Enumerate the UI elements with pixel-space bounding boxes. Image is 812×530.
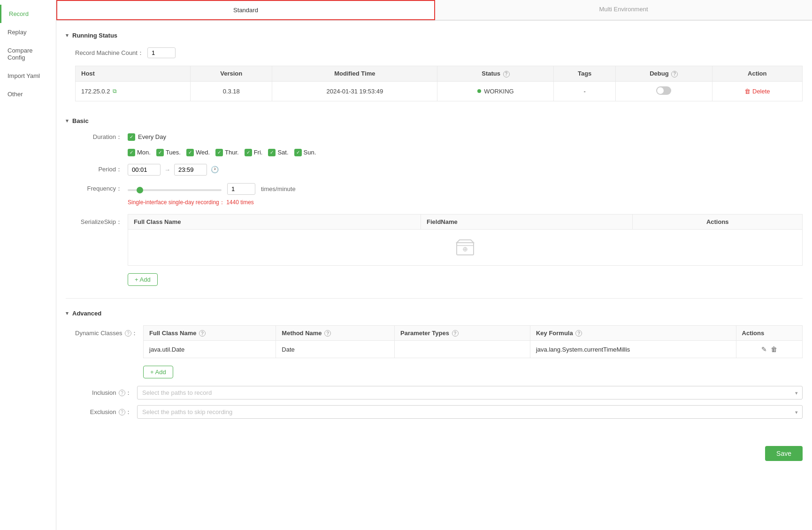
sidebar-item-replay[interactable]: Replay: [0, 23, 56, 41]
dc-cell-methodname: Date: [276, 341, 395, 358]
record-machine-label: Record Machine Count：: [75, 49, 144, 57]
sat-label: Sat.: [277, 149, 288, 156]
dc-edit-icon[interactable]: ✎: [761, 346, 767, 353]
sun-checkbox[interactable]: ✓: [294, 149, 302, 156]
recording-count: 1440: [226, 199, 239, 206]
col-version: Version: [191, 66, 272, 82]
exclusion-row: Exclusion ?： Select the paths to skip re…: [75, 405, 803, 419]
exclusion-info-icon[interactable]: ?: [119, 409, 125, 415]
fri-checkbox[interactable]: ✓: [245, 149, 252, 156]
thur-label: Thur.: [225, 149, 239, 156]
cell-modified-time: 2024-01-31 19:53:49: [272, 81, 437, 101]
dc-add-button[interactable]: + Add: [143, 366, 173, 378]
period-start-input[interactable]: [128, 164, 161, 176]
status-dot: [477, 89, 481, 93]
dynamic-classes-info-icon[interactable]: ?: [125, 330, 131, 337]
inclusion-label: Inclusion ?：: [75, 389, 131, 397]
serialize-add-button[interactable]: + Add: [128, 273, 158, 286]
cell-host: 172.25.0.2 ⧉: [76, 81, 191, 101]
running-status-header[interactable]: ▾ Running Status: [66, 28, 803, 43]
serialize-add-area: + Add: [128, 269, 803, 286]
duration-label: Duration：: [75, 133, 122, 141]
advanced-body: Dynamic Classes ?： Full Class Name ?: [66, 321, 803, 430]
sidebar-item-record[interactable]: Record: [0, 5, 56, 23]
frequency-input[interactable]: [227, 183, 255, 195]
every-day-field: ✓ Every Day: [128, 133, 166, 141]
sidebar-item-compare-config[interactable]: Compare Config: [0, 41, 56, 67]
dynamic-classes-section: Dynamic Classes ?： Full Class Name ?: [75, 325, 803, 379]
serialize-col-actions: Actions: [633, 214, 803, 229]
inclusion-row: Inclusion ?： Select the paths to record …: [75, 386, 803, 399]
cell-status: WORKING: [437, 81, 554, 101]
dc-delete-icon[interactable]: 🗑: [771, 346, 777, 353]
delete-icon: 🗑: [744, 88, 751, 95]
mon-checkbox[interactable]: ✓: [128, 149, 135, 156]
advanced-section: ▾ Advanced Dynamic Classes ?：: [66, 306, 803, 430]
dc-cell-paramtypes: [395, 341, 530, 358]
debug-info-icon[interactable]: ?: [671, 71, 678, 77]
record-machine-input[interactable]: [147, 47, 176, 58]
frequency-row: Frequency： times/minute: [75, 183, 803, 195]
inclusion-info-icon[interactable]: ?: [119, 390, 125, 396]
tues-checkbox[interactable]: ✓: [156, 149, 164, 156]
dynamic-classes-table: Full Class Name ? Method Name ?: [143, 325, 803, 359]
inclusion-select[interactable]: Select the paths to record: [137, 386, 803, 399]
basic-header[interactable]: ▾ Basic: [66, 114, 803, 128]
tab-standard[interactable]: Standard: [56, 0, 435, 20]
dc-action-icons: ✎ 🗑: [742, 346, 797, 353]
save-area: Save: [56, 438, 812, 469]
dc-table-wrap: Full Class Name ? Method Name ?: [143, 325, 803, 379]
exclusion-select[interactable]: Select the paths to skip recording: [137, 405, 803, 419]
cell-version: 0.3.18: [191, 81, 272, 101]
status-info-icon[interactable]: ?: [503, 71, 510, 77]
basic-section: ▾ Basic Duration： ✓ Every Day ✓ Mon.: [66, 114, 803, 294]
dynamic-classes-label: Dynamic Classes ?：: [75, 325, 138, 379]
recording-note: Single-interface single-day recording： 1…: [128, 199, 803, 207]
thur-checkbox[interactable]: ✓: [215, 149, 223, 156]
serialize-col-fieldname: FieldName: [421, 214, 633, 229]
dc-methodname-info[interactable]: ?: [324, 330, 331, 337]
sat-checkbox[interactable]: ✓: [268, 149, 276, 156]
advanced-header[interactable]: ▾ Advanced: [66, 306, 803, 321]
running-status-chevron: ▾: [66, 32, 69, 38]
basic-body: Duration： ✓ Every Day ✓ Mon. ✓ Tues.: [66, 128, 803, 294]
every-day-checkbox[interactable]: ✓: [128, 133, 135, 141]
copy-host-icon[interactable]: ⧉: [113, 88, 117, 94]
col-host: Host: [76, 66, 191, 82]
dc-paramtypes-info[interactable]: ?: [452, 330, 459, 337]
fri-label: Fri.: [254, 149, 263, 156]
running-status-table: Host Version Modified Time Status ? Tags…: [75, 66, 803, 101]
mon-label: Mon.: [137, 149, 151, 156]
col-tags: Tags: [554, 66, 615, 82]
period-label: Period：: [75, 165, 122, 174]
dc-label-row: Dynamic Classes ?： Full Class Name ?: [75, 325, 803, 379]
table-row: 172.25.0.2 ⧉ 0.3.18 2024-01-31 19:53:49 …: [76, 81, 803, 101]
exclusion-label: Exclusion ?：: [75, 408, 131, 416]
frequency-slider[interactable]: [128, 189, 222, 191]
tab-multi-environment[interactable]: Multi Environment: [435, 0, 812, 20]
period-end-input[interactable]: [174, 164, 207, 176]
running-status-title: Running Status: [72, 32, 117, 39]
checkbox-mon: ✓ Mon.: [128, 149, 151, 156]
sidebar-item-import-yaml[interactable]: Import Yaml: [0, 67, 56, 85]
dc-classname-info[interactable]: ?: [199, 330, 206, 337]
cell-debug[interactable]: [615, 81, 712, 101]
serialize-col-classname: Full Class Name: [128, 214, 421, 229]
duration-row: Duration： ✓ Every Day: [75, 133, 803, 141]
dc-cell-keyformula: java.lang.System.currentTimeMillis: [530, 341, 736, 358]
cell-action: 🗑 Delete: [712, 81, 802, 101]
wed-label: Wed.: [196, 149, 210, 156]
running-status-section: ▾ Running Status Record Machine Count： H…: [66, 28, 803, 106]
wed-checkbox[interactable]: ✓: [186, 149, 194, 156]
col-status: Status ?: [437, 66, 554, 82]
cell-tags: -: [554, 81, 615, 101]
debug-toggle[interactable]: [656, 86, 671, 95]
dc-col-methodname: Method Name ?: [276, 325, 395, 341]
serialize-label: SerializeSkip：: [75, 214, 122, 286]
dc-keyformula-info[interactable]: ?: [575, 330, 582, 337]
save-button[interactable]: Save: [765, 446, 803, 461]
delete-button[interactable]: 🗑 Delete: [718, 88, 797, 95]
dc-col-paramtypes: Parameter Types ?: [395, 325, 530, 341]
dc-add-area: + Add: [143, 362, 803, 378]
sidebar-item-other[interactable]: Other: [0, 85, 56, 103]
